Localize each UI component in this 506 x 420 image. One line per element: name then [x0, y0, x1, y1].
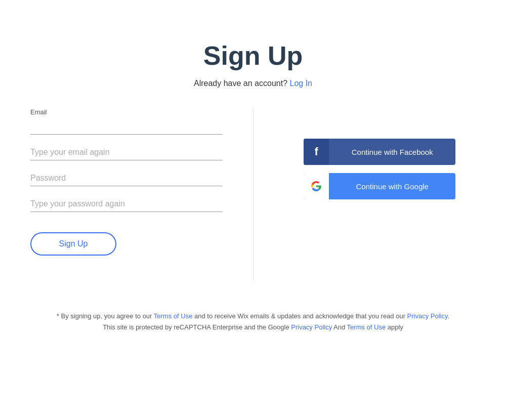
recaptcha-text3: apply — [386, 323, 403, 331]
subtitle: Already have an account? Log In — [194, 79, 312, 88]
signup-button[interactable]: Sign Up — [30, 232, 116, 256]
email-again-group — [30, 145, 223, 160]
google-icon — [304, 173, 329, 199]
recaptcha-text1: This site is protected by reCAPTCHA Ente… — [103, 323, 291, 331]
login-link[interactable]: Log In — [289, 79, 312, 88]
google-button[interactable]: Continue with Google — [304, 173, 455, 199]
password-field[interactable] — [30, 171, 223, 186]
footer-recaptcha-line: This site is protected by reCAPTCHA Ente… — [57, 322, 449, 333]
main-content: Email Sign Up f Continue with Facebook — [20, 108, 486, 280]
subtitle-text: Already have an account? — [194, 79, 287, 88]
page-container: Sign Up Already have an account? Log In … — [0, 0, 506, 333]
recaptcha-terms-link[interactable]: Terms of Use — [347, 323, 386, 331]
recaptcha-privacy-link[interactable]: Privacy Policy — [291, 323, 332, 331]
left-panel: Email Sign Up — [20, 108, 253, 256]
footer-text2: and to receive Wix emails & updates and … — [192, 312, 407, 320]
email-label: Email — [30, 108, 223, 116]
footer-terms-line: * By signing up, you agree to our Terms … — [57, 311, 449, 322]
email-again-field[interactable] — [30, 145, 223, 160]
facebook-button[interactable]: f Continue with Facebook — [304, 139, 455, 165]
email-field[interactable] — [30, 119, 223, 135]
google-button-label: Continue with Google — [329, 175, 455, 198]
terms-of-use-link[interactable]: Terms of Use — [154, 312, 193, 320]
footer-text3: . — [448, 312, 450, 320]
facebook-icon: f — [304, 139, 329, 165]
password-group — [30, 171, 223, 186]
privacy-policy-link[interactable]: Privacy Policy — [407, 312, 448, 320]
password-again-group — [30, 196, 223, 212]
recaptcha-text2: And — [332, 323, 347, 331]
footer-text1: * By signing up, you agree to our — [57, 312, 154, 320]
right-panel: f Continue with Facebook Continue with G… — [254, 108, 486, 199]
facebook-button-label: Continue with Facebook — [329, 141, 455, 163]
page-title: Sign Up — [203, 40, 303, 71]
password-again-field[interactable] — [30, 196, 223, 212]
facebook-f-letter: f — [315, 145, 318, 158]
email-group: Email — [30, 108, 223, 135]
google-svg — [311, 181, 322, 192]
footer: * By signing up, you agree to our Terms … — [16, 311, 490, 333]
